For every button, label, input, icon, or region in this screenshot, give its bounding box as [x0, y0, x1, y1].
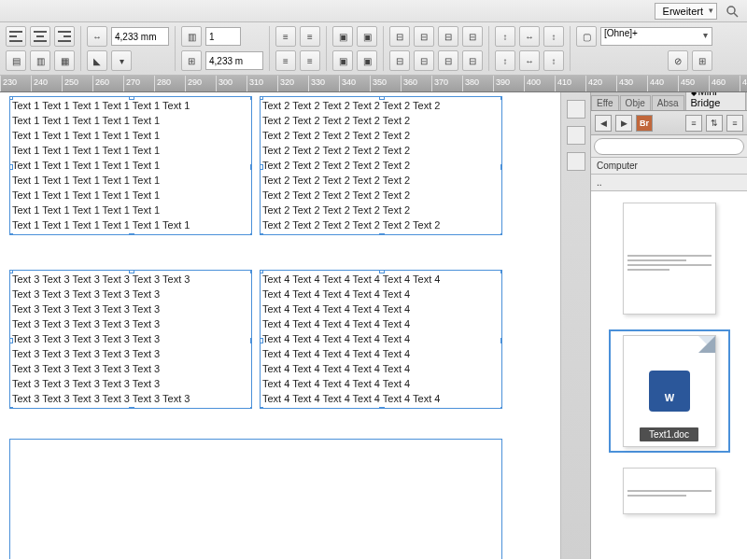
space-6-icon[interactable]: ↕: [543, 50, 564, 71]
search-icon[interactable]: [725, 4, 740, 19]
space-5-icon[interactable]: ↔: [519, 50, 540, 71]
selection-handle[interactable]: [250, 270, 252, 273]
selection-handle[interactable]: [260, 164, 263, 170]
valign-justify-icon[interactable]: ≡: [300, 50, 320, 71]
selection-handle[interactable]: [250, 96, 252, 100]
selection-handle[interactable]: [260, 96, 263, 100]
align-left-icon[interactable]: [6, 26, 26, 47]
document-canvas[interactable]: Text 1 Text 1 Text 1 Text 1 Text 1 Text …: [0, 92, 560, 559]
selection-handle[interactable]: [129, 96, 134, 100]
text-frame-3[interactable]: Text 3 Text 3 Text 3 Text 3 Text 3 Text …: [9, 270, 252, 409]
selection-handle[interactable]: [129, 270, 134, 273]
selection-handle[interactable]: [260, 233, 263, 235]
align-bottom-icon[interactable]: ▦: [54, 50, 75, 71]
sort-options-icon[interactable]: ⇅: [706, 115, 723, 132]
mini-bridge-content[interactable]: W Text1.doc: [591, 191, 747, 559]
view-options-icon[interactable]: ≡: [685, 115, 702, 132]
space-1-icon[interactable]: ↕: [495, 26, 515, 47]
selection-handle[interactable]: [129, 407, 134, 409]
tab-paragraph[interactable]: Absa: [652, 95, 684, 110]
horizontal-ruler[interactable]: 2302402502602702802903003103203303403503…: [0, 76, 747, 92]
selection-handle[interactable]: [379, 270, 385, 273]
nav-back-icon[interactable]: ◀: [595, 115, 612, 132]
corner-options-icon[interactable]: ◣: [87, 50, 107, 71]
text-frame-4[interactable]: Text 4 Text 4 Text 4 Text 4 Text 4 Text …: [260, 270, 502, 409]
textwrap-4-icon[interactable]: ▣: [357, 50, 377, 71]
bridge-icon[interactable]: Br: [636, 115, 653, 132]
panel-icon[interactable]: [567, 100, 585, 119]
text-line: Text 2 Text 2 Text 2 Text 2 Text 2: [262, 158, 500, 173]
textwrap-2-icon[interactable]: ▣: [357, 26, 377, 47]
align-top-icon[interactable]: ▤: [6, 50, 26, 71]
search-input[interactable]: [594, 138, 744, 155]
panel-icon[interactable]: [567, 152, 585, 171]
selection-handle[interactable]: [129, 233, 134, 235]
selection-handle[interactable]: [250, 338, 252, 343]
selection-handle[interactable]: [9, 407, 13, 409]
selection-handle[interactable]: [260, 338, 263, 343]
location-sub[interactable]: ..: [591, 175, 747, 191]
align-center-icon[interactable]: [30, 26, 50, 47]
valign-bottom-icon[interactable]: ≡: [275, 50, 296, 71]
nav-forward-icon[interactable]: ▶: [615, 115, 632, 132]
selection-handle[interactable]: [9, 164, 13, 170]
panel-icon[interactable]: [567, 126, 585, 145]
selection-handle[interactable]: [250, 233, 252, 235]
dist-3-icon[interactable]: ⊟: [438, 26, 458, 47]
dist-5-icon[interactable]: ⊟: [389, 50, 410, 71]
file-thumbnail[interactable]: [609, 462, 730, 520]
selection-handle[interactable]: [500, 233, 502, 235]
selection-handle[interactable]: [500, 270, 502, 273]
selection-handle[interactable]: [9, 270, 13, 273]
space-3-icon[interactable]: ↕: [543, 26, 564, 47]
corner-dropdown-icon[interactable]: ▾: [111, 50, 132, 71]
align-right-icon[interactable]: [54, 26, 75, 47]
textwrap-3-icon[interactable]: ▣: [332, 50, 353, 71]
ruler-tick: 430: [616, 76, 633, 91]
svg-point-0: [727, 7, 735, 14]
space-2-icon[interactable]: ↔: [519, 26, 540, 47]
tab-object[interactable]: Obje: [620, 95, 651, 110]
selection-handle[interactable]: [260, 270, 263, 273]
selection-handle[interactable]: [9, 233, 13, 235]
style-options-icon[interactable]: ⊞: [692, 50, 712, 71]
selection-handle[interactable]: [260, 407, 263, 409]
dist-7-icon[interactable]: ⊟: [438, 50, 458, 71]
empty-text-frame[interactable]: [9, 439, 502, 559]
frame-width-field[interactable]: [111, 27, 169, 46]
selection-handle[interactable]: [500, 96, 502, 100]
collapsed-panel-dock[interactable]: [560, 92, 590, 559]
selection-handle[interactable]: [250, 407, 252, 409]
selection-handle[interactable]: [9, 338, 13, 343]
workspace-dropdown[interactable]: Erweitert: [655, 3, 717, 20]
clear-override-icon[interactable]: ⊘: [668, 50, 688, 71]
dist-1-icon[interactable]: ⊟: [389, 26, 410, 47]
location-breadcrumb[interactable]: Computer: [591, 158, 747, 175]
text-frame-2[interactable]: Text 2 Text 2 Text 2 Text 2 Text 2 Text …: [260, 96, 502, 235]
dist-6-icon[interactable]: ⊟: [414, 50, 434, 71]
valign-center-icon[interactable]: ≡: [300, 26, 320, 47]
selection-handle[interactable]: [379, 96, 385, 100]
selection-handle[interactable]: [500, 338, 502, 343]
columns-field[interactable]: [205, 27, 241, 46]
text-frame-1[interactable]: Text 1 Text 1 Text 1 Text 1 Text 1 Text …: [9, 96, 252, 235]
tab-effects[interactable]: Effe: [591, 95, 619, 110]
gutter-field[interactable]: [205, 51, 263, 70]
panel-menu-icon[interactable]: ≡: [726, 115, 743, 132]
align-middle-icon[interactable]: ▥: [30, 50, 50, 71]
space-4-icon[interactable]: ↕: [495, 50, 515, 71]
selection-handle[interactable]: [379, 233, 385, 235]
selection-handle[interactable]: [9, 96, 13, 100]
valign-top-icon[interactable]: ≡: [275, 26, 296, 47]
dist-8-icon[interactable]: ⊟: [462, 50, 483, 71]
selection-handle[interactable]: [250, 164, 252, 170]
selection-handle[interactable]: [500, 164, 502, 170]
textwrap-1-icon[interactable]: ▣: [332, 26, 353, 47]
dist-2-icon[interactable]: ⊟: [414, 26, 434, 47]
object-style-select[interactable]: [Ohne]+: [600, 27, 712, 46]
dist-4-icon[interactable]: ⊟: [462, 26, 483, 47]
selection-handle[interactable]: [379, 407, 385, 409]
file-thumbnail[interactable]: [609, 197, 730, 320]
file-thumbnail-selected[interactable]: W Text1.doc: [609, 329, 730, 453]
selection-handle[interactable]: [500, 407, 502, 409]
